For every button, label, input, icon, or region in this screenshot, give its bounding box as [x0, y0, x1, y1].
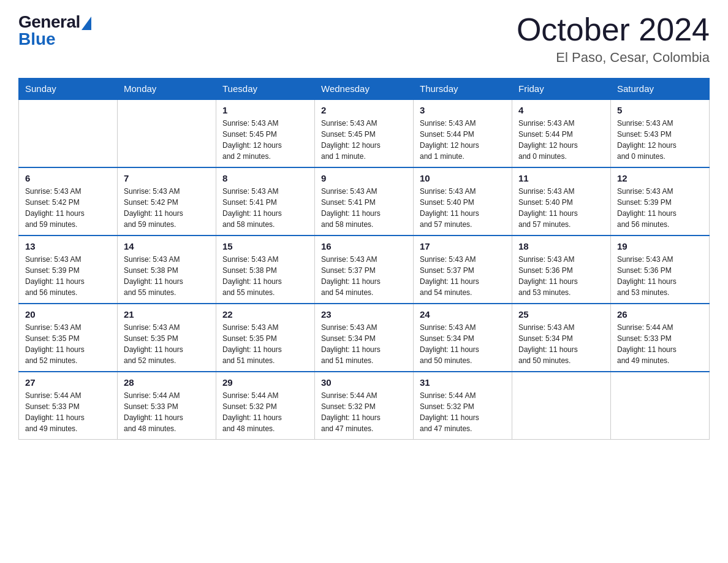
week-row-3: 13Sunrise: 5:43 AMSunset: 5:39 PMDayligh… [19, 236, 710, 304]
day-info: Sunrise: 5:44 AMSunset: 5:32 PMDaylight:… [321, 390, 407, 434]
calendar-cell: 14Sunrise: 5:43 AMSunset: 5:38 PMDayligh… [118, 236, 216, 304]
calendar-cell: 1Sunrise: 5:43 AMSunset: 5:45 PMDaylight… [216, 99, 315, 167]
day-info: Sunrise: 5:43 AMSunset: 5:44 PMDaylight:… [420, 118, 506, 162]
month-title: October 2024 [517, 12, 710, 47]
calendar-cell: 13Sunrise: 5:43 AMSunset: 5:39 PMDayligh… [19, 236, 118, 304]
day-number: 8 [222, 173, 308, 183]
calendar-cell: 21Sunrise: 5:43 AMSunset: 5:35 PMDayligh… [118, 304, 216, 372]
day-number: 16 [321, 241, 407, 251]
calendar-cell: 31Sunrise: 5:44 AMSunset: 5:32 PMDayligh… [414, 372, 512, 440]
day-number: 30 [321, 377, 407, 388]
day-number: 6 [25, 173, 111, 183]
logo-triangle-icon [82, 17, 91, 30]
calendar-cell [19, 99, 118, 167]
day-number: 20 [25, 309, 111, 320]
day-number: 18 [518, 241, 604, 251]
calendar-cell: 28Sunrise: 5:44 AMSunset: 5:33 PMDayligh… [118, 372, 216, 440]
day-number: 23 [321, 309, 407, 320]
day-info: Sunrise: 5:43 AMSunset: 5:44 PMDaylight:… [518, 118, 604, 162]
day-info: Sunrise: 5:43 AMSunset: 5:38 PMDaylight:… [222, 254, 308, 298]
calendar-cell: 23Sunrise: 5:43 AMSunset: 5:34 PMDayligh… [315, 304, 414, 372]
day-info: Sunrise: 5:43 AMSunset: 5:39 PMDaylight:… [617, 186, 703, 230]
calendar-cell [611, 372, 710, 440]
calendar-table: SundayMondayTuesdayWednesdayThursdayFrid… [18, 78, 710, 440]
day-info: Sunrise: 5:44 AMSunset: 5:33 PMDaylight:… [617, 322, 703, 366]
calendar-cell: 16Sunrise: 5:43 AMSunset: 5:37 PMDayligh… [315, 236, 414, 304]
page-header: General Blue October 2024 El Paso, Cesar… [18, 12, 710, 66]
day-number: 12 [617, 173, 703, 183]
calendar-cell: 8Sunrise: 5:43 AMSunset: 5:41 PMDaylight… [216, 167, 315, 236]
day-number: 25 [518, 309, 604, 320]
day-info: Sunrise: 5:43 AMSunset: 5:41 PMDaylight:… [321, 186, 407, 230]
day-info: Sunrise: 5:43 AMSunset: 5:39 PMDaylight:… [25, 254, 111, 298]
calendar-cell: 2Sunrise: 5:43 AMSunset: 5:45 PMDaylight… [315, 99, 414, 167]
calendar-cell: 26Sunrise: 5:44 AMSunset: 5:33 PMDayligh… [611, 304, 710, 372]
day-info: Sunrise: 5:43 AMSunset: 5:42 PMDaylight:… [25, 186, 111, 230]
calendar-cell: 6Sunrise: 5:43 AMSunset: 5:42 PMDaylight… [19, 167, 118, 236]
weekday-header-friday: Friday [512, 79, 611, 100]
calendar-cell: 11Sunrise: 5:43 AMSunset: 5:40 PMDayligh… [512, 167, 611, 236]
day-number: 3 [420, 105, 506, 115]
calendar-cell: 20Sunrise: 5:43 AMSunset: 5:35 PMDayligh… [19, 304, 118, 372]
day-number: 15 [222, 241, 308, 251]
calendar-cell: 27Sunrise: 5:44 AMSunset: 5:33 PMDayligh… [19, 372, 118, 440]
day-info: Sunrise: 5:43 AMSunset: 5:36 PMDaylight:… [518, 254, 604, 298]
day-number: 26 [617, 309, 703, 320]
day-number: 14 [124, 241, 210, 251]
day-number: 13 [25, 241, 111, 251]
day-number: 7 [124, 173, 210, 183]
day-info: Sunrise: 5:43 AMSunset: 5:35 PMDaylight:… [124, 322, 210, 366]
day-info: Sunrise: 5:44 AMSunset: 5:33 PMDaylight:… [25, 390, 111, 434]
day-info: Sunrise: 5:43 AMSunset: 5:40 PMDaylight:… [518, 186, 604, 230]
day-info: Sunrise: 5:43 AMSunset: 5:34 PMDaylight:… [518, 322, 604, 366]
calendar-cell: 29Sunrise: 5:44 AMSunset: 5:32 PMDayligh… [216, 372, 315, 440]
day-number: 17 [420, 241, 506, 251]
week-row-5: 27Sunrise: 5:44 AMSunset: 5:33 PMDayligh… [19, 372, 710, 440]
calendar-cell: 10Sunrise: 5:43 AMSunset: 5:40 PMDayligh… [414, 167, 512, 236]
day-number: 31 [420, 377, 506, 388]
calendar-cell: 17Sunrise: 5:43 AMSunset: 5:37 PMDayligh… [414, 236, 512, 304]
title-section: October 2024 El Paso, Cesar, Colombia [517, 12, 710, 66]
day-info: Sunrise: 5:43 AMSunset: 5:37 PMDaylight:… [420, 254, 506, 298]
day-number: 11 [518, 173, 604, 183]
day-info: Sunrise: 5:43 AMSunset: 5:38 PMDaylight:… [124, 254, 210, 298]
day-number: 4 [518, 105, 604, 115]
day-info: Sunrise: 5:43 AMSunset: 5:35 PMDaylight:… [25, 322, 111, 366]
day-number: 19 [617, 241, 703, 251]
calendar-cell: 18Sunrise: 5:43 AMSunset: 5:36 PMDayligh… [512, 236, 611, 304]
calendar-cell: 7Sunrise: 5:43 AMSunset: 5:42 PMDaylight… [118, 167, 216, 236]
day-info: Sunrise: 5:43 AMSunset: 5:43 PMDaylight:… [617, 118, 703, 162]
calendar-cell: 24Sunrise: 5:43 AMSunset: 5:34 PMDayligh… [414, 304, 512, 372]
day-info: Sunrise: 5:43 AMSunset: 5:36 PMDaylight:… [617, 254, 703, 298]
week-row-1: 1Sunrise: 5:43 AMSunset: 5:45 PMDaylight… [19, 99, 710, 167]
day-number: 29 [222, 377, 308, 388]
weekday-header-sunday: Sunday [19, 79, 118, 100]
calendar-cell: 30Sunrise: 5:44 AMSunset: 5:32 PMDayligh… [315, 372, 414, 440]
day-info: Sunrise: 5:44 AMSunset: 5:32 PMDaylight:… [420, 390, 506, 434]
day-number: 1 [222, 105, 308, 115]
calendar-cell: 19Sunrise: 5:43 AMSunset: 5:36 PMDayligh… [611, 236, 710, 304]
day-info: Sunrise: 5:43 AMSunset: 5:35 PMDaylight:… [222, 322, 308, 366]
logo: General Blue [18, 12, 91, 49]
day-info: Sunrise: 5:43 AMSunset: 5:41 PMDaylight:… [222, 186, 308, 230]
day-number: 24 [420, 309, 506, 320]
week-row-2: 6Sunrise: 5:43 AMSunset: 5:42 PMDaylight… [19, 167, 710, 236]
day-number: 5 [617, 105, 703, 115]
day-info: Sunrise: 5:43 AMSunset: 5:37 PMDaylight:… [321, 254, 407, 298]
calendar-cell: 15Sunrise: 5:43 AMSunset: 5:38 PMDayligh… [216, 236, 315, 304]
logo-blue-text: Blue [18, 29, 56, 49]
weekday-header-wednesday: Wednesday [315, 79, 414, 100]
day-info: Sunrise: 5:43 AMSunset: 5:34 PMDaylight:… [321, 322, 407, 366]
weekday-header-row: SundayMondayTuesdayWednesdayThursdayFrid… [19, 79, 710, 100]
day-number: 10 [420, 173, 506, 183]
week-row-4: 20Sunrise: 5:43 AMSunset: 5:35 PMDayligh… [19, 304, 710, 372]
day-info: Sunrise: 5:43 AMSunset: 5:45 PMDaylight:… [222, 118, 308, 162]
calendar-cell: 22Sunrise: 5:43 AMSunset: 5:35 PMDayligh… [216, 304, 315, 372]
location: El Paso, Cesar, Colombia [517, 50, 710, 66]
day-number: 28 [124, 377, 210, 388]
calendar-cell: 3Sunrise: 5:43 AMSunset: 5:44 PMDaylight… [414, 99, 512, 167]
weekday-header-saturday: Saturday [611, 79, 710, 100]
day-number: 27 [25, 377, 111, 388]
weekday-header-tuesday: Tuesday [216, 79, 315, 100]
calendar-cell: 12Sunrise: 5:43 AMSunset: 5:39 PMDayligh… [611, 167, 710, 236]
